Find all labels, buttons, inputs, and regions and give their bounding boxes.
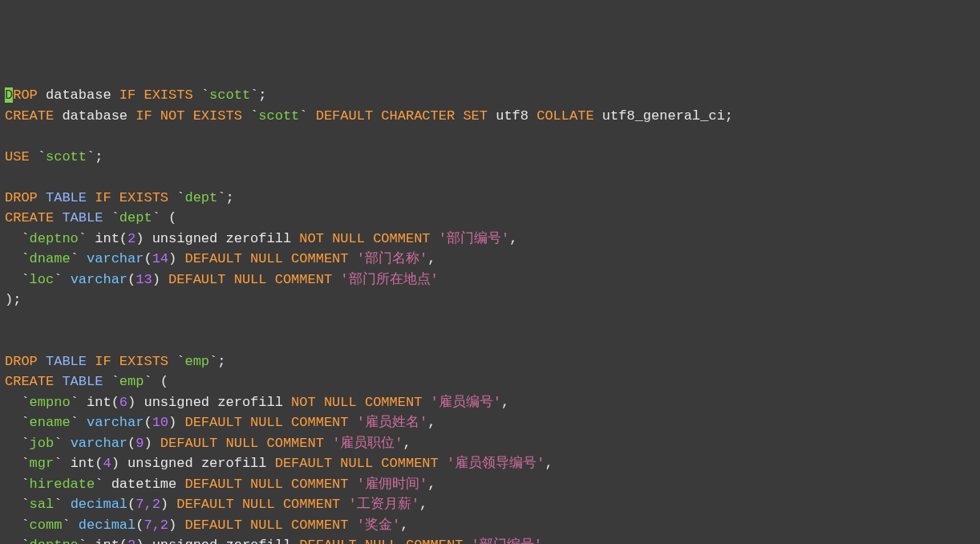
- kw-table: TABLE: [46, 354, 87, 369]
- col-comment: 雇佣时间: [365, 477, 419, 492]
- kw-zerofill: zerofill: [217, 395, 283, 410]
- kw-database: database: [62, 108, 128, 124]
- col-len: 13: [136, 272, 152, 287]
- kw-drop: DROP: [5, 354, 38, 369]
- col-len: 6: [119, 395, 128, 410]
- kw-set: SET: [463, 108, 488, 124]
- col-len: 10: [152, 415, 168, 430]
- type-int: int: [95, 231, 119, 246]
- col-len: 2: [128, 231, 136, 246]
- kw-comment: COMMENT: [291, 251, 348, 266]
- kw-drop: ROP: [13, 87, 38, 103]
- kw-default: DEFAULT: [275, 456, 332, 471]
- kw-default: DEFAULT: [184, 251, 241, 266]
- col-mgr: mgr: [30, 456, 55, 471]
- kw-comment: COMMENT: [291, 477, 348, 492]
- kw-not: NOT: [160, 108, 185, 124]
- kw-comment: COMMENT: [406, 538, 463, 544]
- col-len: 14: [152, 251, 168, 266]
- col-sal: sal: [30, 497, 55, 512]
- kw-comment: COMMENT: [373, 231, 430, 246]
- col-comment: 部门编号: [480, 538, 534, 544]
- type-decimal: decimal: [79, 518, 136, 533]
- type-int: int: [87, 395, 111, 410]
- kw-character: CHARACTER: [381, 108, 455, 124]
- kw-zerofill: zerofill: [225, 231, 291, 246]
- kw-null: NULL: [234, 272, 267, 287]
- kw-null: NULL: [242, 497, 275, 512]
- kw-default: DEFAULT: [168, 272, 225, 287]
- kw-exists: EXISTS: [119, 354, 168, 369]
- col-comment: 部门名称: [365, 251, 419, 266]
- kw-null: NULL: [365, 538, 398, 544]
- db-name: scott: [46, 149, 87, 164]
- col-job: job: [30, 436, 55, 451]
- kw-exists: EXISTS: [119, 190, 168, 205]
- col-comment: 雇员姓名: [365, 415, 419, 430]
- kw-not: NOT: [299, 231, 324, 246]
- kw-database: database: [46, 87, 111, 103]
- kw-create: CREATE: [5, 108, 54, 124]
- col-deptno: deptno: [30, 231, 79, 246]
- kw-zerofill: zerofill: [201, 456, 267, 471]
- col-len: 4: [103, 456, 111, 471]
- col-comment: 雇员编号: [439, 395, 493, 410]
- kw-null: NULL: [250, 251, 283, 266]
- kw-comment: COMMENT: [267, 436, 324, 451]
- kw-exists: EXISTS: [144, 87, 192, 103]
- kw-comment: COMMENT: [381, 456, 438, 471]
- kw-if: IF: [136, 108, 152, 124]
- sql-code-block: DROP database IF EXISTS `scott`; CREATE …: [5, 85, 975, 544]
- kw-unsigned: unsigned: [152, 231, 218, 246]
- kw-drop: DROP: [5, 190, 38, 205]
- kw-zerofill: zerofill: [225, 538, 291, 544]
- col-comment: 部门所在地点: [349, 272, 431, 287]
- kw-if: IF: [119, 87, 136, 103]
- kw-null: NULL: [250, 477, 283, 492]
- kw-table: TABLE: [62, 374, 103, 389]
- kw-comment: COMMENT: [283, 497, 340, 512]
- kw-default: DEFAULT: [299, 538, 356, 544]
- col-len: 7,2: [144, 518, 168, 533]
- cursor: D: [5, 87, 13, 103]
- kw-null: NULL: [225, 436, 258, 451]
- kw-null: NULL: [250, 415, 283, 430]
- kw-comment: COMMENT: [291, 415, 348, 430]
- kw-null: NULL: [250, 518, 283, 533]
- kw-comment: COMMENT: [365, 395, 422, 410]
- kw-create: CREATE: [5, 374, 54, 389]
- kw-default: DEFAULT: [160, 436, 217, 451]
- collate-value: utf8_general_ci: [602, 108, 725, 124]
- col-len: 9: [136, 436, 144, 451]
- col-comment: 工资月薪: [357, 497, 411, 512]
- kw-comment: COMMENT: [291, 518, 348, 533]
- kw-unsigned: unsigned: [152, 538, 218, 544]
- kw-unsigned: unsigned: [144, 395, 209, 410]
- type-decimal: decimal: [71, 497, 128, 512]
- kw-default: DEFAULT: [184, 415, 241, 430]
- table-emp: emp: [119, 374, 144, 389]
- kw-unsigned: unsigned: [128, 456, 193, 471]
- type-int: int: [95, 538, 119, 544]
- kw-not: NOT: [291, 395, 316, 410]
- table-dept: dept: [184, 190, 217, 205]
- type-varchar: varchar: [87, 415, 144, 430]
- type-varchar: varchar: [71, 272, 128, 287]
- kw-create: CREATE: [5, 210, 54, 225]
- col-loc: loc: [30, 272, 55, 287]
- col-len: 7,2: [136, 497, 160, 512]
- col-deptno: deptno: [30, 538, 79, 544]
- kw-default: DEFAULT: [184, 518, 241, 533]
- col-comment: 部门编号: [447, 231, 501, 246]
- kw-null: NULL: [324, 395, 357, 410]
- col-hiredate: hiredate: [30, 477, 95, 492]
- kw-null: NULL: [340, 456, 373, 471]
- col-comm: comm: [30, 518, 63, 533]
- col-comment: 雇员职位: [340, 436, 395, 451]
- kw-default: DEFAULT: [184, 477, 241, 492]
- kw-if: IF: [95, 354, 111, 369]
- kw-collate: COLLATE: [537, 108, 593, 124]
- kw-exists: EXISTS: [193, 108, 242, 124]
- kw-comment: COMMENT: [275, 272, 332, 287]
- kw-if: IF: [95, 190, 111, 205]
